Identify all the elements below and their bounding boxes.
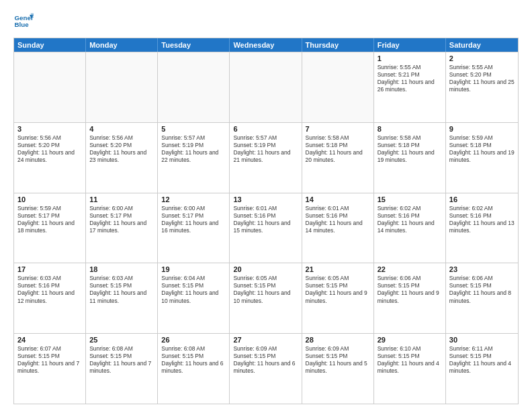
calendar-cell: 9Sunrise: 5:59 AM Sunset: 5:18 PM Daylig… — [446, 123, 518, 193]
cell-info: Sunrise: 6:08 AM Sunset: 5:15 PM Dayligh… — [89, 345, 154, 375]
cell-info: Sunrise: 6:05 AM Sunset: 5:15 PM Dayligh… — [306, 275, 370, 304]
weekday-header: Saturday — [446, 38, 518, 52]
cell-info: Sunrise: 6:02 AM Sunset: 5:16 PM Dayligh… — [378, 205, 442, 234]
day-number: 3 — [17, 125, 82, 133]
cell-info: Sunrise: 5:57 AM Sunset: 5:19 PM Dayligh… — [161, 134, 226, 164]
day-number: 5 — [161, 125, 226, 133]
calendar-body: 1Sunrise: 5:55 AM Sunset: 5:21 PM Daylig… — [14, 52, 518, 404]
cell-info: Sunrise: 6:02 AM Sunset: 5:16 PM Dayligh… — [449, 205, 515, 234]
calendar-cell: 22Sunrise: 6:06 AM Sunset: 5:15 PM Dayli… — [374, 263, 446, 333]
weekday-header: Friday — [374, 38, 446, 52]
calendar-cell: 19Sunrise: 6:04 AM Sunset: 5:15 PM Dayli… — [158, 263, 230, 333]
weekday-header: Sunday — [14, 38, 86, 52]
cell-info: Sunrise: 6:11 AM Sunset: 5:15 PM Dayligh… — [449, 345, 515, 375]
day-number: 18 — [89, 265, 154, 273]
cell-info: Sunrise: 5:58 AM Sunset: 5:18 PM Dayligh… — [306, 134, 370, 164]
calendar-cell — [158, 52, 230, 122]
day-number: 29 — [378, 336, 442, 344]
day-number: 12 — [161, 195, 226, 203]
svg-text:Blue: Blue — [15, 21, 30, 28]
cell-info: Sunrise: 6:06 AM Sunset: 5:15 PM Dayligh… — [449, 275, 515, 304]
calendar-cell: 14Sunrise: 6:01 AM Sunset: 5:16 PM Dayli… — [302, 193, 374, 263]
weekday-header: Thursday — [302, 38, 374, 52]
calendar-cell: 4Sunrise: 5:56 AM Sunset: 5:20 PM Daylig… — [86, 123, 158, 193]
day-number: 24 — [17, 336, 82, 344]
calendar-cell: 25Sunrise: 6:08 AM Sunset: 5:15 PM Dayli… — [86, 334, 158, 404]
calendar-cell: 26Sunrise: 6:08 AM Sunset: 5:15 PM Dayli… — [158, 334, 230, 404]
calendar-cell: 6Sunrise: 5:57 AM Sunset: 5:19 PM Daylig… — [230, 123, 302, 193]
day-number: 4 — [89, 125, 154, 133]
day-number: 9 — [449, 125, 515, 133]
calendar-header: SundayMondayTuesdayWednesdayThursdayFrid… — [14, 38, 518, 52]
day-number: 23 — [449, 265, 515, 273]
cell-info: Sunrise: 5:58 AM Sunset: 5:18 PM Dayligh… — [378, 134, 442, 164]
header: General Blue — [13, 11, 519, 31]
calendar-cell: 5Sunrise: 5:57 AM Sunset: 5:19 PM Daylig… — [158, 123, 230, 193]
day-number: 15 — [378, 195, 442, 203]
cell-info: Sunrise: 6:03 AM Sunset: 5:15 PM Dayligh… — [89, 275, 154, 304]
cell-info: Sunrise: 5:56 AM Sunset: 5:20 PM Dayligh… — [89, 134, 154, 164]
page: General Blue SundayMondayTuesdayWednesda… — [0, 0, 532, 411]
day-number: 22 — [378, 265, 442, 273]
weekday-header: Tuesday — [158, 38, 230, 52]
day-number: 1 — [378, 54, 442, 62]
calendar-cell: 10Sunrise: 5:59 AM Sunset: 5:17 PM Dayli… — [14, 193, 86, 263]
calendar-row: 3Sunrise: 5:56 AM Sunset: 5:20 PM Daylig… — [14, 122, 518, 193]
calendar-cell: 21Sunrise: 6:05 AM Sunset: 5:15 PM Dayli… — [302, 263, 374, 333]
cell-info: Sunrise: 6:10 AM Sunset: 5:15 PM Dayligh… — [378, 345, 442, 375]
day-number: 20 — [233, 265, 298, 273]
day-number: 13 — [233, 195, 298, 203]
calendar-cell: 11Sunrise: 6:00 AM Sunset: 5:17 PM Dayli… — [86, 193, 158, 263]
calendar-cell: 2Sunrise: 5:55 AM Sunset: 5:20 PM Daylig… — [446, 52, 518, 122]
cell-info: Sunrise: 6:06 AM Sunset: 5:15 PM Dayligh… — [378, 275, 442, 304]
cell-info: Sunrise: 6:00 AM Sunset: 5:17 PM Dayligh… — [161, 205, 226, 234]
calendar-cell: 12Sunrise: 6:00 AM Sunset: 5:17 PM Dayli… — [158, 193, 230, 263]
calendar-cell: 29Sunrise: 6:10 AM Sunset: 5:15 PM Dayli… — [374, 334, 446, 404]
cell-info: Sunrise: 6:01 AM Sunset: 5:16 PM Dayligh… — [233, 205, 298, 234]
day-number: 26 — [161, 336, 226, 344]
calendar-cell: 23Sunrise: 6:06 AM Sunset: 5:15 PM Dayli… — [446, 263, 518, 333]
weekday-header: Wednesday — [230, 38, 302, 52]
calendar: SundayMondayTuesdayWednesdayThursdayFrid… — [13, 38, 519, 404]
calendar-cell: 27Sunrise: 6:09 AM Sunset: 5:15 PM Dayli… — [230, 334, 302, 404]
weekday-header: Monday — [86, 38, 158, 52]
day-number: 19 — [161, 265, 226, 273]
cell-info: Sunrise: 6:03 AM Sunset: 5:16 PM Dayligh… — [17, 275, 82, 304]
day-number: 2 — [449, 54, 515, 62]
calendar-cell: 15Sunrise: 6:02 AM Sunset: 5:16 PM Dayli… — [374, 193, 446, 263]
calendar-cell: 7Sunrise: 5:58 AM Sunset: 5:18 PM Daylig… — [302, 123, 374, 193]
day-number: 17 — [17, 265, 82, 273]
calendar-cell: 3Sunrise: 5:56 AM Sunset: 5:20 PM Daylig… — [14, 123, 86, 193]
cell-info: Sunrise: 6:04 AM Sunset: 5:15 PM Dayligh… — [161, 275, 226, 304]
calendar-cell: 8Sunrise: 5:58 AM Sunset: 5:18 PM Daylig… — [374, 123, 446, 193]
day-number: 7 — [306, 125, 370, 133]
logo: General Blue — [13, 11, 34, 31]
cell-info: Sunrise: 6:01 AM Sunset: 5:16 PM Dayligh… — [306, 205, 370, 234]
cell-info: Sunrise: 6:09 AM Sunset: 5:15 PM Dayligh… — [306, 345, 370, 375]
day-number: 10 — [17, 195, 82, 203]
calendar-row: 10Sunrise: 5:59 AM Sunset: 5:17 PM Dayli… — [14, 193, 518, 263]
calendar-row: 17Sunrise: 6:03 AM Sunset: 5:16 PM Dayli… — [14, 263, 518, 333]
day-number: 16 — [449, 195, 515, 203]
day-number: 6 — [233, 125, 298, 133]
cell-info: Sunrise: 5:57 AM Sunset: 5:19 PM Dayligh… — [233, 134, 298, 164]
calendar-row: 1Sunrise: 5:55 AM Sunset: 5:21 PM Daylig… — [14, 52, 518, 122]
calendar-cell: 16Sunrise: 6:02 AM Sunset: 5:16 PM Dayli… — [446, 193, 518, 263]
cell-info: Sunrise: 5:55 AM Sunset: 5:20 PM Dayligh… — [449, 64, 515, 93]
calendar-cell: 20Sunrise: 6:05 AM Sunset: 5:15 PM Dayli… — [230, 263, 302, 333]
calendar-cell: 1Sunrise: 5:55 AM Sunset: 5:21 PM Daylig… — [374, 52, 446, 122]
day-number: 27 — [233, 336, 298, 344]
cell-info: Sunrise: 6:07 AM Sunset: 5:15 PM Dayligh… — [17, 345, 82, 375]
calendar-cell: 17Sunrise: 6:03 AM Sunset: 5:16 PM Dayli… — [14, 263, 86, 333]
day-number: 30 — [449, 336, 515, 344]
logo-icon: General Blue — [13, 11, 34, 31]
day-number: 11 — [89, 195, 154, 203]
calendar-row: 24Sunrise: 6:07 AM Sunset: 5:15 PM Dayli… — [14, 333, 518, 404]
calendar-cell: 18Sunrise: 6:03 AM Sunset: 5:15 PM Dayli… — [86, 263, 158, 333]
calendar-cell — [302, 52, 374, 122]
cell-info: Sunrise: 5:59 AM Sunset: 5:17 PM Dayligh… — [17, 205, 82, 234]
calendar-cell: 28Sunrise: 6:09 AM Sunset: 5:15 PM Dayli… — [302, 334, 374, 404]
cell-info: Sunrise: 5:56 AM Sunset: 5:20 PM Dayligh… — [17, 134, 82, 164]
cell-info: Sunrise: 6:00 AM Sunset: 5:17 PM Dayligh… — [89, 205, 154, 234]
cell-info: Sunrise: 5:55 AM Sunset: 5:21 PM Dayligh… — [378, 64, 442, 93]
